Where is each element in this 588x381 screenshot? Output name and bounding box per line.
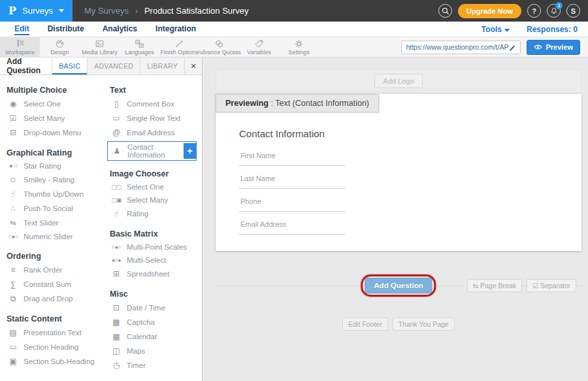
responses-count[interactable]: Responses: 0 [527,25,578,34]
pencil-edit-icon[interactable] [509,44,516,51]
notification-badge: 1 [555,2,563,9]
group-heading-misc: Misc [110,290,202,299]
field-placeholder: Phone [240,197,261,205]
question-type-drag-and-drop[interactable]: ⧉Drag and Drop [0,291,103,306]
notifications-button[interactable]: 1 [547,4,561,18]
tools-dropdown[interactable]: Tools [482,25,510,34]
question-type-star-rating[interactable]: ★☆Star Rating [0,159,103,173]
question-type-push-to-social[interactable]: ∴Push To Social [0,201,103,216]
question-type-label: Select Many [24,114,65,122]
question-type-spreadsheet[interactable]: ⊞Spreadsheet [103,267,202,281]
question-type-presentation-text[interactable]: ▤Presentation Text [0,325,103,340]
question-type-date-time[interactable]: ⊡Date / Time [103,301,202,315]
tab-edit[interactable]: Edit [5,22,39,37]
add-question-row: Add Question ⇆Page Break ☑Separator [216,277,581,294]
field-last-name[interactable]: Last Name [239,172,345,189]
tool-label: Variables [247,49,271,56]
tool-variables[interactable]: Variables [239,37,279,57]
question-type-text-slider[interactable]: ⇋Text Slider [0,216,103,230]
question-type-thumbs-up-down[interactable]: ☝Thumbs Up/Down [0,187,103,201]
question-type-numeric-slider[interactable]: ○●○Numeric Slider [0,230,103,243]
group-heading-multiple-choice: Multiple Choice [7,86,103,95]
question-type-comment-box[interactable]: ▯Comment Box [103,97,202,111]
question-type-label: Section Sub-Heading [24,357,95,365]
tool-label: Design [50,49,69,56]
question-type-label: Date / Time [127,304,165,312]
tab-library[interactable]: LIBRARY [140,58,184,75]
question-type-smiley-rating[interactable]: ☺Smiley - Rating [0,173,103,187]
group-heading-text: Text [110,86,202,95]
thumbs-up-icon: ☝ [7,190,20,199]
preview-button[interactable]: Preview [527,40,580,55]
question-type-select-many[interactable]: ☑Select Many [0,111,103,125]
add-question-button[interactable]: Add Question [365,278,432,293]
tab-distribute[interactable]: Distribute [39,22,93,37]
breadcrumb-my-surveys[interactable]: My Surveys [84,6,129,16]
tab-integration[interactable]: Integration [146,22,205,37]
tool-workspace[interactable]: Workspace [0,37,40,57]
tool-languages[interactable]: aA Languages [120,37,159,57]
question-col-2: Text▯Comment Box▭Single Row Text@Email A… [103,80,202,381]
field-phone[interactable]: Phone [239,195,345,212]
question-type-section-sub-heading[interactable]: ▣Section Sub-Heading [0,354,103,369]
tab-advanced[interactable]: ADVANCED [87,58,140,75]
survey-canvas: Add Logo Previewing : Text (Contact Info… [203,58,588,381]
question-type-section-heading[interactable]: ▭Section Heading [0,340,103,354]
advance-quotas-links-icon [214,39,224,48]
svg-text:A: A [140,44,143,47]
at-icon: @ [110,128,123,137]
question-type-single-row-text[interactable]: ▭Single Row Text [103,111,202,125]
question-type-captcha[interactable]: ▩Captcha [103,315,202,329]
close-panel-button[interactable]: ✕ [184,58,202,75]
page-break-button[interactable]: ⇆Page Break [467,279,522,292]
question-type-drop-down-menu[interactable]: ⊟Drop-down Menu [0,125,103,140]
tab-basic[interactable]: BASIC [52,58,87,75]
tool-media-library[interactable]: Media Library [80,37,120,57]
question-type-calendar[interactable]: ▦Calendar [103,329,202,344]
product-switcher-label: Surveys [22,6,53,16]
field-first-name[interactable]: First Name [239,149,345,166]
page-break-icon: ⇆ [473,282,478,290]
search-button[interactable] [438,4,452,18]
question-type-label: Drag and Drop [24,295,73,303]
section-heading-icon: ▭ [7,342,20,352]
question-type-timer[interactable]: ◷Timer [103,358,202,373]
question-type-select-one[interactable]: ◉Select One [0,97,103,111]
help-button[interactable]: ? [527,4,541,18]
question-type-select-many[interactable]: ▢▣Select Many [103,193,202,207]
group-heading-basic-matrix: Basic Matrix [110,229,202,239]
tab-analytics[interactable]: Analytics [93,22,146,37]
tool-label: Advance Quotas [197,49,241,56]
question-type-contact-information[interactable]: ♟Contact Information+ [107,141,197,161]
tool-finish-options[interactable]: Finish Options [159,37,199,57]
thank-you-page-button[interactable]: Thank You Page [393,318,455,331]
question-type-rank-order[interactable]: ≡Rank Order [0,263,103,277]
question-type-label: Drop-down Menu [24,129,81,137]
app-brand[interactable]: P Surveys [0,0,73,22]
add-logo-button[interactable]: Add Logo [374,74,422,88]
question-type-maps[interactable]: ◫Maps [103,344,202,358]
question-type-rating[interactable]: ☝Rating [103,207,202,221]
question-type-label: Constant Sum [24,280,71,288]
tool-advance-quotas[interactable]: Advance Quotas [199,37,239,57]
tool-settings[interactable]: Settings [279,37,319,57]
question-type-constant-sum[interactable]: ∑Constant Sum [0,277,103,291]
survey-url-field[interactable]: https://www.questionpro.com/t/AP53kZgUI [401,41,521,54]
question-type-multi-select[interactable]: ●○●Multi-Select [103,254,202,267]
image-rating-icon: ☝ [110,209,123,218]
separator-button[interactable]: ☑Separator [527,279,576,292]
question-type-label: Push To Social [24,205,73,212]
edit-footer-button[interactable]: Edit Footer [342,318,387,331]
upgrade-now-button[interactable]: Upgrade Now [458,4,521,18]
tool-design[interactable]: Design [40,37,80,57]
question-type-select-one[interactable]: ▢▢Select One [103,180,202,193]
question-type-multi-point-scales[interactable]: ○●○Multi-Point Scales [103,240,202,254]
question-type-email-address[interactable]: @Email Address [103,125,202,140]
field-email-address[interactable]: Email Address [239,218,345,235]
plus-add-icon[interactable]: + [184,143,196,159]
question-type-label: Single Row Text [127,114,180,122]
avatar[interactable]: S [566,4,580,18]
question-group-basic-matrix: Basic Matrix○●○Multi-Point Scales●○●Mult… [103,229,202,281]
tool-label: Workspace [5,49,35,56]
top-header: P Surveys My Surveys › Product Satisfact… [0,0,588,22]
